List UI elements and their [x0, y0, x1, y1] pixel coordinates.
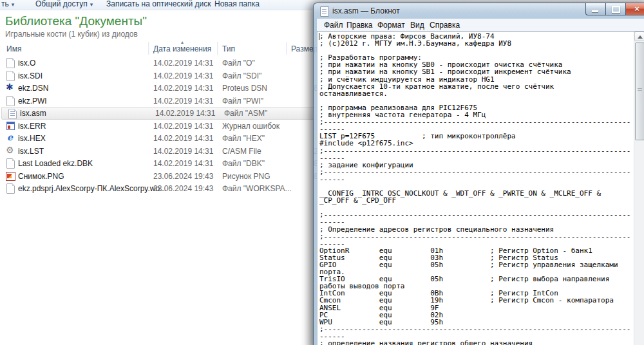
notepad-window: isx.asm — Блокнот × Файл Правка Формат В… — [313, 3, 644, 345]
toolbar-new-folder-button[interactable]: Новая папка — [214, 0, 260, 9]
code-line: ;---------------------------------------… — [319, 233, 627, 240]
code-line: #include <p12f675.inc> — [319, 140, 627, 147]
notepad-menubar: Файл Правка Формат Вид Справка — [317, 19, 644, 32]
code-line: ;---------------------------------------… — [319, 326, 627, 333]
file-name: Снимок.PNG — [18, 172, 64, 181]
blank-file-icon — [5, 95, 15, 106]
file-row[interactable]: ekz.PWI14.02.2019 14:31Файл "PWI" — [0, 95, 320, 107]
file-type: Файл "SDI" — [222, 71, 261, 80]
code-line: GPIO equ 05h ; Регистр управления защелк… — [319, 261, 627, 268]
file-type: Файл "PWI" — [222, 97, 263, 106]
file-list: isx.O14.02.2019 14:31Файл "O"isx.SDI14.0… — [0, 57, 322, 195]
file-row[interactable]: Снимок.PNG23.06.2024 19:43Рисунок PNG8 — [0, 170, 320, 183]
maximize-button[interactable] — [605, 3, 626, 15]
file-name: isx.HEX — [18, 134, 46, 143]
column-separator[interactable] — [148, 42, 149, 55]
toolbar-burn-disc-button[interactable]: Записать на оптический диск — [106, 0, 211, 9]
file-row[interactable]: isx.O14.02.2019 14:31Файл "O" — [0, 57, 320, 70]
file-row[interactable]: isx.LST14.02.2019 14:31C/ASM File2 — [0, 145, 320, 158]
vertical-scrollbar[interactable] — [634, 32, 644, 345]
chevron-down-icon: ▾ — [12, 1, 15, 8]
menu-edit[interactable]: Правка — [346, 21, 373, 30]
column-headers: Имя ▴ Дата изменения Тип Размер — [0, 41, 322, 55]
column-header-name[interactable]: Имя — [6, 44, 21, 53]
file-type: Файл "O" — [222, 59, 255, 68]
code-line: ; определение названия регистров общего … — [319, 340, 627, 345]
file-type: Файл "HEX" — [222, 134, 265, 143]
file-date: 14.02.2019 14:31 — [153, 159, 213, 168]
column-separator[interactable] — [286, 42, 287, 55]
code-line: _CP_OFF & _CPD_OFF — [319, 197, 627, 204]
code-line: ANSEL equ 9F — [319, 304, 627, 312]
gear-file-icon — [5, 145, 15, 156]
file-name: ekz.DSN — [18, 84, 48, 93]
code-line: ; Определение адресов регистров специаль… — [319, 226, 627, 233]
file-date: 14.02.2019 14:31 — [153, 122, 213, 131]
menu-file[interactable]: Файл — [324, 21, 343, 30]
menu-format[interactable]: Формат — [377, 21, 405, 30]
hex-file-icon — [5, 133, 15, 143]
file-date: 14.02.2019 14:31 — [153, 97, 213, 106]
notepad-icon — [320, 6, 329, 17]
file-date: 14.02.2019 14:31 — [153, 59, 213, 68]
scrollbar-thumb[interactable] — [635, 42, 644, 140]
column-header-type[interactable]: Тип — [222, 44, 235, 53]
library-title: Библиотека "Документы" — [5, 14, 147, 28]
code-line: Cmcon equ 19h ; Регистр Cmcon - компарат… — [319, 297, 627, 304]
code-line: ------ — [319, 176, 627, 183]
file-row[interactable]: isx.SDI14.02.2019 14:31Файл "SDI" — [0, 70, 320, 82]
file-row[interactable]: isx.asm14.02.2019 14:31Файл "ASM" — [1, 107, 320, 120]
chevron-down-icon: ▾ — [90, 1, 93, 8]
file-date: 14.02.2019 14:31 — [153, 71, 213, 80]
library-subtitle: Игральные кости (1 кубик) из диодов — [5, 30, 138, 39]
file-row[interactable]: isx.HEX14.02.2019 14:31Файл "HEX" — [0, 132, 320, 145]
blank-file-icon — [5, 57, 15, 68]
file-row[interactable]: ekz.pdsprj.AlexScorpy-ПК.AlexScorpy.wo..… — [0, 182, 320, 195]
code-line: ;---------------------------------------… — [319, 147, 627, 154]
file-row[interactable]: Last Loaded ekz.DBK14.02.2019 14:31Файл … — [0, 157, 320, 170]
scroll-up-button[interactable] — [634, 32, 644, 41]
toolbar-share-button[interactable]: Общий доступ▾ — [35, 0, 93, 9]
error-log-icon — [5, 120, 15, 131]
scrollbar-grip-icon — [638, 88, 642, 92]
file-date: 23.06.2024 19:43 — [153, 172, 213, 181]
file-date: 14.02.2019 14:31 — [153, 147, 213, 156]
notepad-window-title: isx.asm — Блокнот — [332, 6, 400, 15]
code-line: ; и счётчик индцуируется на индикатор HG… — [319, 76, 627, 83]
toolbar-organize-button[interactable]: ть▾ — [1, 0, 14, 9]
screen: ть▾ Общий доступ▾ Записать на оптический… — [0, 0, 644, 345]
code-line: останавливается. — [319, 90, 627, 97]
code-line: ;---------------------------------------… — [319, 211, 627, 218]
blank-file-icon — [5, 183, 15, 193]
file-type: Рисунок PNG — [222, 172, 270, 181]
file-name: isx.O — [18, 59, 35, 68]
column-header-date[interactable]: Дата изменения — [153, 44, 211, 53]
menu-help[interactable]: Справка — [430, 21, 460, 30]
code-line: ;---------------------------------------… — [319, 118, 627, 126]
minimize-icon — [592, 10, 598, 12]
file-row[interactable]: ekz.DSN14.02.2019 14:31Proteus DSN8 — [0, 82, 320, 95]
blank-file-icon — [5, 158, 15, 168]
file-name: Last Loaded ekz.DBK — [18, 159, 93, 168]
image-file-icon — [5, 171, 15, 181]
code-line: ; (с)2012 г. МГТУ им.Н.Э.Баумана, кафедр… — [319, 40, 627, 47]
code-line: ;---------------------------------------… — [319, 169, 627, 176]
column-separator[interactable] — [217, 42, 218, 55]
file-type: C/ASM File — [222, 147, 261, 156]
file-type: Файл "DBK" — [222, 159, 265, 168]
close-button[interactable]: × — [625, 3, 644, 15]
file-date: 14.02.2019 14:31 — [155, 109, 215, 118]
minimize-button[interactable] — [585, 3, 606, 15]
file-row[interactable]: isx.ERR14.02.2019 14:31Журнал ошибок — [0, 120, 320, 133]
file-date: 14.02.2019 14:31 — [153, 134, 213, 143]
file-name: ekz.pdsprj.AlexScorpy-ПК.AlexScorpy.wo..… — [18, 184, 166, 193]
file-name: isx.SDI — [18, 71, 43, 80]
notepad-text: ; Авторские права: Фирсов Василий, ИУ8-7… — [319, 33, 627, 345]
menu-view[interactable]: Вид — [410, 21, 424, 30]
file-type: Файл "ASM" — [224, 109, 267, 118]
notepad-edit-area[interactable]: ; Авторские права: Фирсов Василий, ИУ8-7… — [317, 31, 644, 345]
file-type: Proteus DSN — [222, 84, 267, 93]
file-name: isx.LST — [18, 147, 44, 156]
close-icon: × — [626, 4, 644, 14]
file-type: Журнал ошибок — [222, 122, 279, 131]
